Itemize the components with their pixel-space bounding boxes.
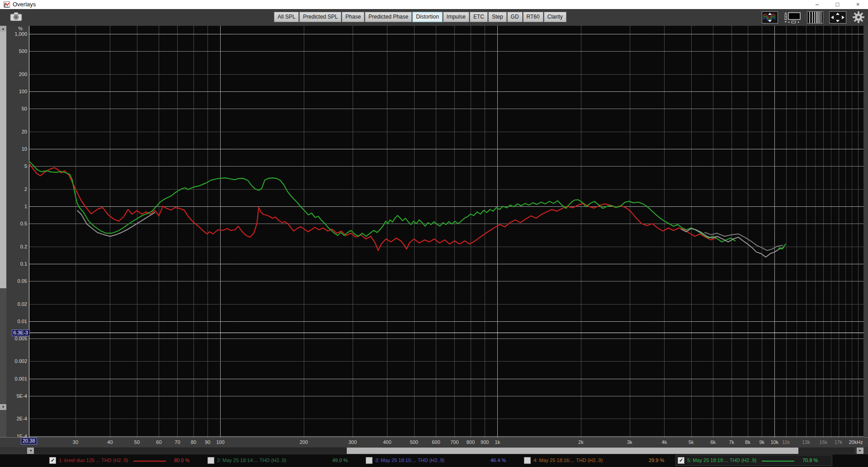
scroll-right-button[interactable]: ► [857, 448, 863, 454]
tab-distortion[interactable]: Distortion [412, 12, 443, 22]
distortion-graph[interactable] [29, 26, 863, 437]
y-tick-label: 100 [19, 89, 27, 94]
maximize-button[interactable]: □ [827, 0, 848, 9]
x-tick-label: 30 [73, 439, 78, 445]
y-tick-label: 0.1 [20, 261, 27, 267]
frequency-bands-icon[interactable] [807, 11, 823, 25]
x-tick-label: 40 [107, 439, 113, 445]
legend-label: 2: May 25 18:14:... THD (H2..9) [217, 457, 286, 463]
x-tick-label: 8k [745, 439, 750, 445]
legend-checkbox-3[interactable] [366, 457, 373, 464]
legend-checkbox-4[interactable] [524, 457, 531, 464]
y-tick-label: 1,000 [14, 31, 27, 37]
y-tick-label: 1 [24, 204, 27, 209]
thd-chart-canvas[interactable] [29, 26, 863, 437]
legend-label: 1: kreel duo 125 ... THD (H2..9) [59, 457, 128, 463]
x-tick-label: 15k [819, 439, 827, 445]
x-tick-label: 1k [495, 439, 500, 445]
legend-entry-5[interactable]: ✓5: May 25 18:19:... THD (H2..9)70.8 % [676, 455, 832, 466]
y-tick-label: 0.005 [14, 336, 27, 341]
scroll-down-button[interactable]: ▼ [0, 404, 6, 410]
x-tick-label: 13k [802, 439, 810, 445]
legend-label: 5: May 25 18:19:... THD (H2..9) [687, 457, 756, 463]
y-tick-label: 2E-4 [17, 416, 27, 421]
y-axis-unit: % [18, 26, 23, 31]
horizontal-scroll-thumb[interactable] [347, 448, 798, 454]
x-tick-label: 9k [759, 439, 764, 445]
pan-zoom-arrows-icon[interactable] [829, 11, 846, 25]
cursor-y-readout: 6.3E-3 [12, 329, 30, 336]
vertical-scrollbar[interactable]: ▲ ▼ [0, 26, 6, 437]
x-tick-label: 700 [450, 439, 458, 445]
x-tick-label: 80 [191, 439, 196, 445]
x-tick-label: 100 [216, 439, 224, 445]
settings-gear-icon[interactable] [852, 11, 865, 25]
y-tick-label: 0.2 [20, 244, 27, 249]
window-title: Overlays [13, 1, 36, 8]
y-tick-label: 5E-4 [17, 393, 27, 399]
x-tick-label: 7k [729, 439, 735, 445]
legend-entry-3[interactable]: 3: May 25 18:15:... THD (H2..9)46.4 % [364, 455, 520, 466]
camera-icon [10, 15, 22, 23]
scroll-up-button[interactable]: ▲ [0, 26, 6, 32]
tab-phase[interactable]: Phase [342, 12, 364, 22]
x-tick-label: 10k [770, 439, 778, 445]
y-tick-label: 5 [24, 163, 27, 169]
tab-etc[interactable]: ETC [470, 12, 488, 22]
y-tick-label: 0.02 [18, 301, 27, 307]
minimize-button[interactable]: – [807, 0, 827, 9]
x-tick-label: 200 [300, 439, 308, 445]
tab-predicted-spl[interactable]: Predicted SPL [299, 12, 341, 22]
legend-line-sample [762, 461, 794, 462]
tab-step[interactable]: Step [488, 12, 507, 22]
capture-image-button[interactable] [10, 12, 23, 23]
toolbar-right-icons [762, 11, 865, 25]
overlaid-traces-icon[interactable] [762, 11, 778, 25]
legend-line-sample [133, 461, 166, 462]
legend-value: 46.4 % [491, 457, 506, 463]
close-button[interactable]: × [848, 0, 868, 9]
x-tick-label: 17k [835, 439, 843, 445]
y-axis: % 6.3E-3 1,0005002001005020105210.50.20.… [6, 26, 29, 437]
tab-all-spl[interactable]: All SPL [274, 12, 299, 22]
scroll-left-button[interactable]: ◄ [27, 448, 34, 454]
horizontal-scrollbar[interactable]: ◄ ► [0, 447, 868, 454]
legend-entry-4[interactable]: 4: May 25 18:16:... THD (H2..9)29.9 % [522, 455, 678, 466]
y-tick-label: 10 [22, 146, 27, 152]
x-tick-label: 400 [383, 439, 391, 445]
y-tick-label: 0.05 [18, 278, 27, 284]
y-tick-label: 0.002 [14, 358, 27, 364]
overlays-window: Overlays – □ × All SPLPredicted SPLPhase… [0, 0, 868, 467]
legend-entry-1[interactable]: ✓1: kreel duo 125 ... THD (H2..9)80.0 % [47, 455, 203, 466]
tab-rt60[interactable]: RT60 [523, 12, 543, 22]
y-tick-label: 50 [22, 106, 27, 111]
legend-label: 3: May 25 18:15:... THD (H2..9) [375, 457, 444, 463]
y-tick-label: 20 [22, 129, 27, 134]
x-tick-label: 300 [349, 439, 357, 445]
tab-impulse[interactable]: Impulse [443, 12, 469, 22]
legend-entry-2[interactable]: 2: May 25 18:14:... THD (H2..9)49.0 % [206, 455, 362, 466]
tab-predicted-phase[interactable]: Predicted Phase [365, 12, 412, 22]
y-tick-label: 200 [19, 71, 27, 77]
title-bar: Overlays – □ × [0, 0, 868, 9]
legend-checkbox-1[interactable]: ✓ [49, 457, 56, 464]
x-tick-label: 60 [156, 439, 161, 445]
x-tick-label: 90 [205, 439, 210, 445]
tab-clarity[interactable]: Clarity [544, 12, 566, 22]
x-tick-label: 5k [689, 439, 694, 445]
y-tick-label: 0.01 [18, 319, 27, 324]
tab-gd[interactable]: GD [507, 12, 523, 22]
vertical-scroll-thumb[interactable] [0, 32, 6, 288]
legend-checkbox-2[interactable] [208, 457, 214, 464]
y-tick-label: 500 [19, 48, 27, 54]
legend-label: 4: May 25 18:16:... THD (H2..9) [533, 457, 603, 463]
cursor-x-readout: 20.38 [21, 438, 37, 444]
y-tick-label: 0.001 [14, 376, 27, 381]
y-tick-label: 2 [24, 186, 27, 192]
legend-value: 49.0 % [332, 457, 348, 463]
legend-value: 70.8 % [802, 457, 818, 463]
toolbar: All SPLPredicted SPLPhasePredicted Phase… [0, 9, 868, 26]
legend-checkbox-5[interactable]: ✓ [678, 457, 684, 464]
x-tick-label: 70 [175, 439, 180, 445]
graph-limits-icon[interactable] [784, 11, 801, 25]
